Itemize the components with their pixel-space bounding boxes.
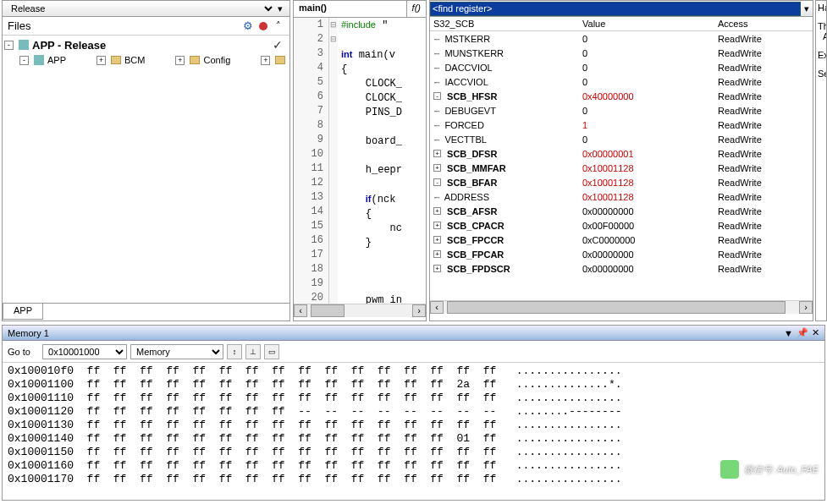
tree-item[interactable]: +BCM (66, 52, 145, 68)
register-row[interactable]: ······ DACCVIOL0ReadWrite (430, 60, 813, 74)
tree-item[interactable]: +Config (145, 52, 230, 68)
pin-icon[interactable]: 📌 (797, 327, 808, 338)
view-select[interactable]: Memory (130, 344, 223, 359)
register-row[interactable]: ······ DEBUGEVT0ReadWrite (430, 103, 813, 118)
dropdown-icon[interactable]: ▾ (801, 3, 813, 14)
tree-root[interactable]: - APP - Release ✓ (4, 37, 288, 52)
expand-box[interactable]: + (96, 56, 106, 65)
fold-icon (190, 56, 200, 64)
dropdown-icon[interactable]: ▼ (784, 328, 793, 338)
tool1-button[interactable]: ⊥ (245, 344, 261, 359)
register-row[interactable]: ······ FORCED1ReadWrite (430, 118, 813, 132)
goto-address[interactable]: 0x10001000 (42, 344, 127, 359)
register-row[interactable]: ······ MSTKERR0ReadWrite (430, 31, 813, 46)
tree-item[interactable]: +Device (230, 52, 289, 68)
chevron-up-icon[interactable]: ˄ (273, 20, 284, 32)
col-value[interactable]: Value (582, 19, 718, 29)
function-name[interactable]: main() (294, 1, 406, 17)
h-scrollbar[interactable]: ‹› (294, 304, 426, 317)
tab-app[interactable]: APP (3, 304, 43, 320)
record-icon[interactable] (257, 20, 269, 32)
tool2-button[interactable]: ▭ (264, 344, 279, 359)
tree-item[interactable]: -APP (4, 52, 66, 68)
fold-icon (111, 56, 121, 64)
gear-icon[interactable]: ⚙ (242, 20, 254, 32)
expand-box[interactable]: + (175, 56, 185, 65)
register-list[interactable]: ······ MSTKERR0ReadWrite······ MUNSTKERR… (430, 31, 813, 300)
dropdown-arrow-icon: ▾ (275, 3, 286, 14)
close-icon[interactable]: ✕ (812, 327, 819, 338)
right-strip: Ha The A Exc See (815, 0, 827, 321)
register-row[interactable]: + SCB_AFSR0x00000000ReadWrite (430, 204, 813, 218)
watermark: 微信号: Auto_FAE (720, 460, 819, 479)
register-row[interactable]: ······ VECTTBL0ReadWrite (430, 132, 813, 146)
file-tree[interactable]: - APP - Release ✓ -APP+BCM+Config+Device… (3, 36, 289, 303)
reg-scrollbar[interactable]: ‹› (430, 300, 813, 314)
check-icon: ✓ (273, 38, 283, 52)
wechat-icon (720, 460, 739, 479)
expand-box[interactable]: - (4, 41, 14, 50)
memory-dump[interactable]: 0x100010f0 ff ff ff ff ff ff ff ff ff ff… (3, 363, 824, 488)
expand-box[interactable]: - (19, 56, 29, 65)
expand-box[interactable]: + (261, 56, 270, 65)
find-register-input[interactable] (430, 2, 801, 16)
register-row[interactable]: + SCB_FPCAR0x00000000ReadWrite (430, 247, 813, 261)
col-name[interactable]: S32_SCB (430, 19, 582, 29)
config-dropdown[interactable]: Release (6, 1, 275, 16)
gutter: 1 2 3 4 5 6 7 8 9 10 11 12 13 14 15 16 1… (294, 18, 329, 304)
memory-title: Memory 1 (8, 328, 49, 338)
register-row[interactable]: ······ IACCVIOL0ReadWrite (430, 74, 813, 89)
refresh-button[interactable]: ↕ (227, 344, 242, 359)
register-row[interactable]: + SCB_FPCCR0xC0000000ReadWrite (430, 233, 813, 247)
source[interactable]: #include " int main(v { CLOCK_ CLOCK_ PI… (338, 18, 426, 304)
fold-column[interactable]: ⊟ ⊟ (329, 18, 338, 304)
register-row[interactable]: + SCB_FPDSCR0x00000000ReadWrite (430, 261, 813, 276)
register-row[interactable]: ······ ADDRESS0x10001128ReadWrite (430, 189, 813, 204)
fold-icon (275, 56, 285, 64)
fx-button[interactable]: f() (406, 1, 426, 17)
col-access[interactable]: Access (718, 19, 813, 29)
register-row[interactable]: + SCB_CPACR0x00F00000ReadWrite (430, 218, 813, 233)
register-row[interactable]: - SCB_HFSR0x40000000ReadWrite (430, 89, 813, 103)
files-title: Files (8, 19, 30, 32)
cube-icon (34, 55, 44, 65)
register-row[interactable]: + SCB_MMFAR0x10001128ReadWrite (430, 161, 813, 175)
register-row[interactable]: ······ MUNSTKERR0ReadWrite (430, 46, 813, 60)
goto-label: Go to (8, 347, 30, 357)
register-row[interactable]: + SCB_DFSR0x00000001ReadWrite (430, 146, 813, 161)
register-row[interactable]: - SCB_BFAR0x10001128ReadWrite (430, 175, 813, 189)
project-icon (19, 40, 29, 50)
